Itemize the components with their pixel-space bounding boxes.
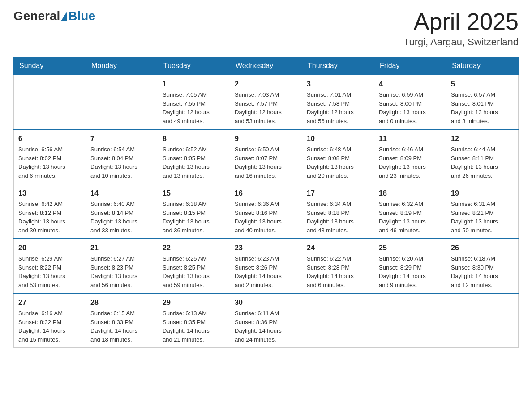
calendar-cell: 10Sunrise: 6:48 AMSunset: 8:08 PMDayligh… (302, 129, 374, 184)
day-number: 22 (163, 243, 225, 253)
calendar-cell: 25Sunrise: 6:20 AMSunset: 8:29 PMDayligh… (374, 239, 446, 293)
calendar-cell: 27Sunrise: 6:16 AMSunset: 8:32 PMDayligh… (14, 293, 86, 348)
day-info: Sunrise: 6:15 AMSunset: 8:33 PMDaylight:… (90, 310, 137, 343)
day-info: Sunrise: 6:20 AMSunset: 8:29 PMDaylight:… (379, 255, 426, 288)
day-info: Sunrise: 6:36 AMSunset: 8:16 PMDaylight:… (235, 201, 282, 234)
calendar-cell: 17Sunrise: 6:34 AMSunset: 8:18 PMDayligh… (302, 184, 374, 239)
day-info: Sunrise: 6:34 AMSunset: 8:18 PMDaylight:… (307, 201, 354, 234)
calendar-table: SundayMondayTuesdayWednesdayThursdayFrid… (13, 57, 519, 348)
month-year-title: April 2025 (403, 9, 519, 34)
day-number: 10 (307, 133, 369, 144)
day-info: Sunrise: 6:31 AMSunset: 8:21 PMDaylight:… (451, 201, 498, 234)
calendar-cell: 16Sunrise: 6:36 AMSunset: 8:16 PMDayligh… (230, 184, 302, 239)
day-number: 24 (307, 243, 369, 253)
day-number: 16 (235, 188, 297, 199)
calendar-cell: 13Sunrise: 6:42 AMSunset: 8:12 PMDayligh… (14, 184, 86, 239)
day-number: 19 (451, 188, 514, 199)
day-number: 25 (379, 243, 442, 253)
day-info: Sunrise: 6:57 AMSunset: 8:01 PMDaylight:… (451, 91, 498, 124)
calendar-header-row: SundayMondayTuesdayWednesdayThursdayFrid… (14, 57, 519, 75)
day-number: 4 (379, 79, 442, 90)
day-number: 6 (18, 133, 81, 144)
page-header: General Blue April 2025 Turgi, Aargau, S… (13, 9, 519, 48)
week-row: 6Sunrise: 6:56 AMSunset: 8:02 PMDaylight… (14, 129, 519, 184)
calendar-cell: 19Sunrise: 6:31 AMSunset: 8:21 PMDayligh… (446, 184, 519, 239)
day-number: 2 (235, 79, 297, 90)
week-row: 1Sunrise: 7:05 AMSunset: 7:55 PMDaylight… (14, 75, 519, 129)
logo: General Blue (13, 9, 95, 23)
day-info: Sunrise: 6:56 AMSunset: 8:02 PMDaylight:… (18, 146, 65, 179)
calendar-cell: 3Sunrise: 7:01 AMSunset: 7:58 PMDaylight… (302, 75, 374, 129)
day-number: 23 (235, 243, 297, 253)
calendar-cell: 7Sunrise: 6:54 AMSunset: 8:04 PMDaylight… (86, 129, 158, 184)
day-info: Sunrise: 6:27 AMSunset: 8:23 PMDaylight:… (90, 255, 137, 288)
calendar-day-header: Tuesday (158, 57, 230, 75)
day-number: 28 (90, 297, 153, 308)
day-number: 14 (90, 188, 153, 199)
location-subtitle: Turgi, Aargau, Switzerland (403, 36, 519, 48)
calendar-cell: 1Sunrise: 7:05 AMSunset: 7:55 PMDaylight… (158, 75, 230, 129)
day-info: Sunrise: 6:48 AMSunset: 8:08 PMDaylight:… (307, 146, 354, 179)
day-info: Sunrise: 6:50 AMSunset: 8:07 PMDaylight:… (235, 146, 282, 179)
day-number: 13 (18, 188, 81, 199)
calendar-cell (302, 293, 374, 348)
day-info: Sunrise: 6:46 AMSunset: 8:09 PMDaylight:… (379, 146, 426, 179)
day-info: Sunrise: 6:22 AMSunset: 8:28 PMDaylight:… (307, 255, 354, 288)
calendar-cell: 4Sunrise: 6:59 AMSunset: 8:00 PMDaylight… (374, 75, 446, 129)
day-info: Sunrise: 6:29 AMSunset: 8:22 PMDaylight:… (18, 255, 65, 288)
calendar-cell: 9Sunrise: 6:50 AMSunset: 8:07 PMDaylight… (230, 129, 302, 184)
calendar-cell (374, 293, 446, 348)
calendar-day-header: Saturday (446, 57, 519, 75)
calendar-cell: 18Sunrise: 6:32 AMSunset: 8:19 PMDayligh… (374, 184, 446, 239)
calendar-cell: 26Sunrise: 6:18 AMSunset: 8:30 PMDayligh… (446, 239, 519, 293)
day-number: 20 (18, 243, 81, 253)
day-number: 9 (235, 133, 297, 144)
calendar-cell: 11Sunrise: 6:46 AMSunset: 8:09 PMDayligh… (374, 129, 446, 184)
week-row: 13Sunrise: 6:42 AMSunset: 8:12 PMDayligh… (14, 184, 519, 239)
calendar-cell: 21Sunrise: 6:27 AMSunset: 8:23 PMDayligh… (86, 239, 158, 293)
day-info: Sunrise: 6:54 AMSunset: 8:04 PMDaylight:… (90, 146, 137, 179)
calendar-day-header: Friday (374, 57, 446, 75)
day-number: 7 (90, 133, 153, 144)
calendar-cell: 5Sunrise: 6:57 AMSunset: 8:01 PMDaylight… (446, 75, 519, 129)
day-number: 15 (163, 188, 225, 199)
calendar-cell (86, 75, 158, 129)
calendar-cell: 6Sunrise: 6:56 AMSunset: 8:02 PMDaylight… (14, 129, 86, 184)
calendar-cell: 12Sunrise: 6:44 AMSunset: 8:11 PMDayligh… (446, 129, 519, 184)
day-info: Sunrise: 6:38 AMSunset: 8:15 PMDaylight:… (163, 201, 210, 234)
calendar-cell (14, 75, 86, 129)
day-number: 27 (18, 297, 81, 308)
calendar-cell: 29Sunrise: 6:13 AMSunset: 8:35 PMDayligh… (158, 293, 230, 348)
day-info: Sunrise: 6:11 AMSunset: 8:36 PMDaylight:… (235, 310, 282, 343)
day-number: 21 (90, 243, 153, 253)
day-info: Sunrise: 6:32 AMSunset: 8:19 PMDaylight:… (379, 201, 426, 234)
calendar-cell: 14Sunrise: 6:40 AMSunset: 8:14 PMDayligh… (86, 184, 158, 239)
day-number: 18 (379, 188, 442, 199)
day-number: 8 (163, 133, 225, 144)
calendar-cell: 20Sunrise: 6:29 AMSunset: 8:22 PMDayligh… (14, 239, 86, 293)
week-row: 20Sunrise: 6:29 AMSunset: 8:22 PMDayligh… (14, 239, 519, 293)
calendar-day-header: Wednesday (230, 57, 302, 75)
day-info: Sunrise: 7:01 AMSunset: 7:58 PMDaylight:… (307, 91, 354, 124)
calendar-cell (446, 293, 519, 348)
title-section: April 2025 Turgi, Aargau, Switzerland (403, 9, 519, 48)
day-number: 26 (451, 243, 514, 253)
day-number: 12 (451, 133, 514, 144)
calendar-cell: 30Sunrise: 6:11 AMSunset: 8:36 PMDayligh… (230, 293, 302, 348)
calendar-cell: 22Sunrise: 6:25 AMSunset: 8:25 PMDayligh… (158, 239, 230, 293)
day-info: Sunrise: 6:16 AMSunset: 8:32 PMDaylight:… (18, 310, 65, 343)
day-info: Sunrise: 6:44 AMSunset: 8:11 PMDaylight:… (451, 146, 498, 179)
logo-blue-text: Blue (68, 9, 95, 23)
day-info: Sunrise: 6:59 AMSunset: 8:00 PMDaylight:… (379, 91, 426, 124)
day-info: Sunrise: 6:13 AMSunset: 8:35 PMDaylight:… (163, 310, 210, 343)
logo-general-text: General (13, 9, 60, 23)
day-info: Sunrise: 6:25 AMSunset: 8:25 PMDaylight:… (163, 255, 210, 288)
day-info: Sunrise: 6:18 AMSunset: 8:30 PMDaylight:… (451, 255, 498, 288)
calendar-cell: 2Sunrise: 7:03 AMSunset: 7:57 PMDaylight… (230, 75, 302, 129)
logo-triangle-icon (61, 11, 67, 21)
day-info: Sunrise: 6:52 AMSunset: 8:05 PMDaylight:… (163, 146, 210, 179)
day-number: 17 (307, 188, 369, 199)
day-info: Sunrise: 6:23 AMSunset: 8:26 PMDaylight:… (235, 255, 282, 288)
day-info: Sunrise: 7:05 AMSunset: 7:55 PMDaylight:… (163, 91, 210, 124)
calendar-day-header: Thursday (302, 57, 374, 75)
